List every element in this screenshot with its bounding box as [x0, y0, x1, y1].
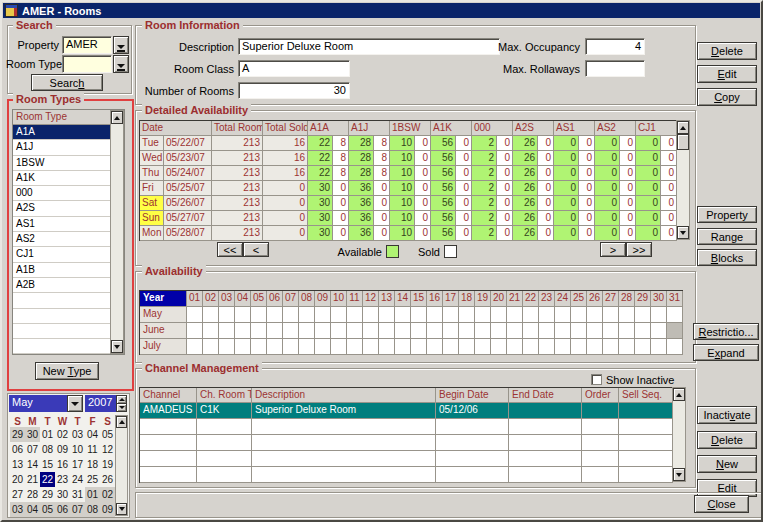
room-type-item[interactable]: A2S: [13, 201, 110, 216]
availability-day-cell[interactable]: [507, 339, 523, 355]
edit-room-button[interactable]: Edit: [697, 65, 757, 83]
availability-day-cell[interactable]: [411, 307, 427, 323]
availability-day-cell[interactable]: [347, 307, 363, 323]
availability-day-cell[interactable]: [235, 339, 251, 355]
room-type-item[interactable]: A1J: [13, 140, 110, 155]
availability-day-cell[interactable]: [507, 307, 523, 323]
calendar-year-field[interactable]: 2007: [85, 395, 116, 412]
availability-day-cell[interactable]: [635, 323, 651, 339]
calendar-date[interactable]: 13: [10, 457, 25, 472]
availability-day-cell[interactable]: [395, 323, 411, 339]
calendar-date[interactable]: 07: [25, 442, 40, 457]
availability-day-cell[interactable]: [283, 339, 299, 355]
room-type-empty-row[interactable]: [13, 324, 110, 339]
availability-day-cell[interactable]: [379, 307, 395, 323]
availability-day-cell[interactable]: [251, 307, 267, 323]
scroll-down-button[interactable]: [111, 340, 123, 353]
availability-day-cell[interactable]: [299, 307, 315, 323]
availability-day-cell[interactable]: [395, 307, 411, 323]
availability-day-cell[interactable]: [539, 339, 555, 355]
channel-table-scrollbar[interactable]: [672, 387, 686, 482]
room-type-empty-row[interactable]: [13, 309, 110, 324]
availability-day-cell[interactable]: [523, 323, 539, 339]
close-button[interactable]: Close: [694, 495, 749, 513]
scroll-up-button[interactable]: [116, 416, 127, 428]
calendar-date[interactable]: 11: [85, 442, 100, 457]
scroll-thumb[interactable]: [677, 134, 689, 150]
description-input[interactable]: Superior Deluxe Room: [238, 38, 500, 55]
availability-day-cell[interactable]: [443, 323, 459, 339]
calendar-date[interactable]: 28: [25, 487, 40, 502]
availability-day-cell[interactable]: [635, 307, 651, 323]
page-next-button[interactable]: >: [600, 242, 626, 257]
calendar-date[interactable]: 04: [25, 502, 40, 517]
channel-empty-row[interactable]: [140, 467, 673, 483]
availability-day-cell[interactable]: [347, 339, 363, 355]
availability-day-cell[interactable]: [587, 307, 603, 323]
room-type-empty-row[interactable]: [13, 293, 110, 308]
calendar-date[interactable]: 26: [100, 472, 115, 487]
availability-day-cell[interactable]: [379, 323, 395, 339]
show-inactive-checkbox[interactable]: [591, 374, 602, 385]
availability-day-cell[interactable]: [507, 323, 523, 339]
availability-day-cell[interactable]: [363, 323, 379, 339]
room-type-input[interactable]: [62, 55, 112, 73]
availability-day-cell[interactable]: [283, 323, 299, 339]
property-dropdown-button[interactable]: [113, 36, 129, 54]
calendar-scrollbar[interactable]: [115, 415, 128, 516]
availability-day-cell[interactable]: [475, 339, 491, 355]
page-last-button[interactable]: >>: [626, 242, 652, 257]
calendar-date[interactable]: 09: [55, 442, 70, 457]
availability-day-cell[interactable]: [475, 307, 491, 323]
blocks-button[interactable]: Blocks: [697, 249, 757, 266]
availability-day-cell[interactable]: [331, 339, 347, 355]
scroll-down-button[interactable]: [116, 503, 127, 515]
calendar-month-dropdown-button[interactable]: [67, 395, 83, 412]
availability-day-cell[interactable]: [331, 323, 347, 339]
availability-day-cell[interactable]: [523, 307, 539, 323]
room-type-item[interactable]: AS1: [13, 217, 110, 232]
availability-day-cell[interactable]: [539, 307, 555, 323]
scroll-down-button[interactable]: [673, 468, 685, 481]
availability-day-cell[interactable]: [587, 339, 603, 355]
calendar-date[interactable]: 20: [10, 472, 25, 487]
availability-day-cell[interactable]: [299, 339, 315, 355]
property-view-button[interactable]: Property: [697, 206, 757, 223]
calendar-date[interactable]: 19: [100, 457, 115, 472]
availability-day-cell[interactable]: [267, 307, 283, 323]
availability-day-cell[interactable]: [635, 339, 651, 355]
room-type-item[interactable]: A2B: [13, 278, 110, 293]
availability-day-cell[interactable]: [411, 323, 427, 339]
room-type-dropdown-button[interactable]: [113, 55, 129, 73]
calendar-date[interactable]: 10: [70, 442, 85, 457]
calendar-selected-date[interactable]: 22: [40, 472, 55, 487]
availability-day-cell[interactable]: [203, 323, 219, 339]
availability-day-cell[interactable]: [219, 339, 235, 355]
inactivate-channel-button[interactable]: Inactivate: [697, 406, 757, 424]
page-first-button[interactable]: <<: [217, 242, 243, 257]
calendar-date[interactable]: 21: [25, 472, 40, 487]
delete-channel-button[interactable]: Delete: [697, 431, 757, 449]
availability-day-cell[interactable]: [571, 339, 587, 355]
availability-day-cell[interactable]: [283, 307, 299, 323]
calendar-date[interactable]: 25: [85, 472, 100, 487]
calendar-date[interactable]: 01: [85, 487, 100, 502]
availability-day-cell[interactable]: [651, 307, 667, 323]
calendar-date[interactable]: 30: [25, 427, 40, 442]
availability-day-cell[interactable]: [187, 323, 203, 339]
scroll-up-button[interactable]: [677, 121, 689, 134]
availability-day-cell[interactable]: [395, 339, 411, 355]
availability-day-cell[interactable]: [555, 307, 571, 323]
property-input[interactable]: AMER: [62, 36, 112, 54]
calendar-date[interactable]: 27: [10, 487, 25, 502]
availability-day-cell[interactable]: [363, 339, 379, 355]
page-prev-button[interactable]: <: [243, 242, 269, 257]
availability-day-cell[interactable]: [219, 323, 235, 339]
availability-day-cell[interactable]: [235, 323, 251, 339]
availability-day-cell[interactable]: [443, 307, 459, 323]
availability-day-cell[interactable]: [251, 323, 267, 339]
calendar-date[interactable]: 08: [40, 442, 55, 457]
channel-row[interactable]: AMADEUSC1KSuperior Deluxe Room05/12/06: [140, 403, 673, 419]
availability-day-cell[interactable]: [219, 307, 235, 323]
availability-day-cell[interactable]: [587, 323, 603, 339]
